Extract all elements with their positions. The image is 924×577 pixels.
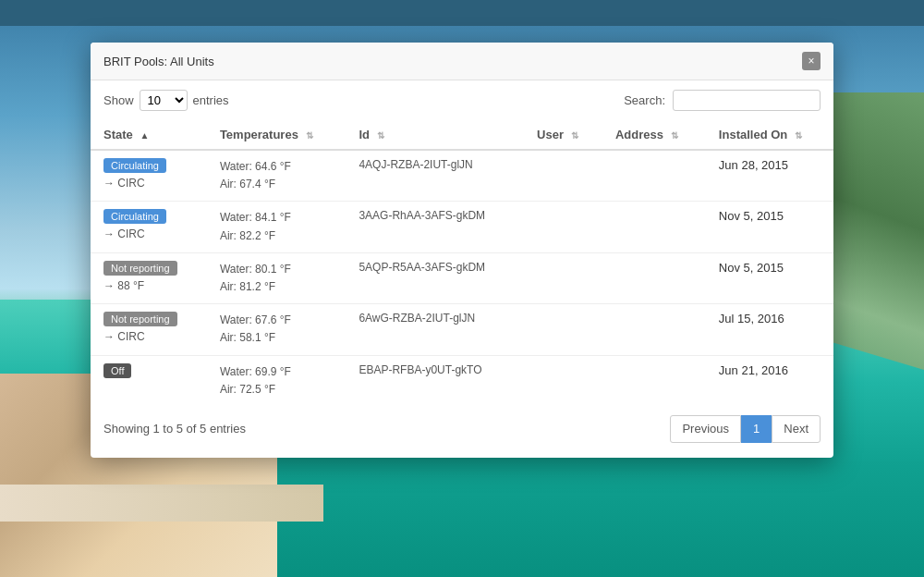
temperatures-cell-2: Water: 80.1 °FAir: 81.2 °F — [207, 252, 346, 303]
user-cell-3 — [524, 304, 602, 355]
modal-toolbar: Show 10 25 50 100 entries Search: — [91, 80, 833, 120]
state-badge: Not reporting — [103, 261, 177, 276]
installed-on-cell-1: Nov 5, 2015 — [706, 202, 833, 252]
temp-air: Air: 81.2 °F — [220, 278, 334, 296]
entries-select[interactable]: 10 25 50 100 — [140, 90, 188, 111]
temp-water: Water: 80.1 °F — [220, 261, 334, 278]
col-address[interactable]: Address ⇅ — [602, 120, 706, 150]
state-sub: → 88 °F — [103, 279, 194, 292]
top-bar — [0, 0, 924, 26]
state-badge: Not reporting — [103, 312, 177, 326]
col-temperatures[interactable]: Temperatures ⇅ — [207, 120, 346, 150]
data-table: State ▲ Temperatures ⇅ Id ⇅ User ⇅ Addre… — [91, 120, 833, 406]
user-cell-2 — [524, 252, 602, 303]
temp-air: Air: 72.5 °F — [220, 381, 334, 399]
address-cell-4 — [602, 355, 706, 406]
table-row: Not reporting→ CIRCWater: 67.6 °FAir: 58… — [91, 304, 833, 355]
modal-title: BRIT Pools: All Units — [103, 55, 214, 68]
state-badge: Off — [103, 363, 131, 378]
temperatures-cell-3: Water: 67.6 °FAir: 58.1 °F — [207, 304, 346, 355]
temp-water: Water: 69.9 °F — [220, 363, 334, 381]
table-row: Circulating→ CIRCWater: 64.6 °FAir: 67.4… — [91, 150, 833, 202]
table-row: Circulating→ CIRCWater: 84.1 °FAir: 82.2… — [91, 202, 833, 252]
id-cell-4: EBAP-RFBA-y0UT-gkTO — [346, 355, 524, 406]
show-entries-control: Show 10 25 50 100 entries — [103, 90, 229, 111]
search-label: Search: — [624, 93, 665, 107]
state-badge: Circulating — [103, 209, 166, 224]
id-cell-3: 6AwG-RZBA-2IUT-glJN — [346, 304, 524, 355]
table-header: State ▲ Temperatures ⇅ Id ⇅ User ⇅ Addre… — [91, 120, 833, 150]
state-sub: → CIRC — [103, 177, 194, 190]
id-cell-2: 5AQP-R5AA-3AFS-gkDM — [346, 252, 524, 303]
state-sub: → CIRC — [103, 330, 194, 343]
sort-icon-state: ▲ — [140, 130, 149, 141]
next-button[interactable]: Next — [772, 415, 821, 443]
page-1-button[interactable]: 1 — [741, 415, 772, 443]
col-state[interactable]: State ▲ — [91, 120, 207, 150]
address-cell-0 — [602, 150, 706, 202]
user-cell-0 — [524, 150, 602, 202]
temp-air: Air: 58.1 °F — [220, 329, 334, 347]
id-cell-0: 4AQJ-RZBA-2IUT-glJN — [346, 150, 524, 202]
id-cell-1: 3AAG-RhAA-3AFS-gkDM — [346, 202, 524, 252]
temp-air: Air: 82.2 °F — [220, 227, 334, 245]
state-sub: → CIRC — [103, 227, 194, 240]
entries-label: entries — [193, 93, 229, 107]
state-cell-4: Off — [91, 355, 207, 406]
col-user[interactable]: User ⇅ — [524, 120, 602, 150]
address-cell-1 — [602, 202, 706, 252]
user-cell-1 — [524, 202, 602, 252]
sort-icon-installed-on: ⇅ — [795, 130, 802, 141]
show-label: Show — [103, 93, 134, 107]
temperatures-cell-0: Water: 64.6 °FAir: 67.4 °F — [207, 150, 346, 202]
address-cell-3 — [602, 304, 706, 355]
pagination: Previous 1 Next — [670, 415, 821, 443]
search-area: Search: — [624, 90, 821, 111]
state-cell-2: Not reporting→ 88 °F — [91, 252, 207, 303]
sort-icon-id: ⇅ — [377, 130, 384, 141]
installed-on-cell-2: Nov 5, 2015 — [706, 252, 833, 303]
state-badge: Circulating — [103, 158, 166, 173]
temp-water: Water: 84.1 °F — [220, 209, 334, 227]
table-body: Circulating→ CIRCWater: 64.6 °FAir: 67.4… — [91, 150, 833, 406]
installed-on-cell-4: Jun 21, 2016 — [706, 355, 833, 406]
col-id[interactable]: Id ⇅ — [346, 120, 524, 150]
state-cell-3: Not reporting→ CIRC — [91, 304, 207, 355]
temp-water: Water: 64.6 °F — [220, 158, 334, 176]
col-installed-on[interactable]: Installed On ⇅ — [706, 120, 833, 150]
temp-water: Water: 67.6 °F — [220, 312, 334, 329]
table-row: Not reporting→ 88 °FWater: 80.1 °FAir: 8… — [91, 252, 833, 303]
temperatures-cell-4: Water: 69.9 °FAir: 72.5 °F — [207, 355, 346, 406]
address-cell-2 — [602, 252, 706, 303]
temp-air: Air: 67.4 °F — [220, 176, 334, 193]
installed-on-cell-0: Jun 28, 2015 — [706, 150, 833, 202]
previous-button[interactable]: Previous — [670, 415, 741, 443]
search-input[interactable] — [673, 90, 821, 111]
modal-header: BRIT Pools: All Units × — [91, 43, 833, 80]
temperatures-cell-1: Water: 84.1 °FAir: 82.2 °F — [207, 202, 346, 252]
sort-icon-temperatures: ⇅ — [306, 130, 313, 141]
close-button[interactable]: × — [802, 52, 821, 70]
pool-edge-decoration — [0, 485, 323, 522]
sort-icon-user: ⇅ — [571, 130, 578, 141]
installed-on-cell-3: Jul 15, 2016 — [706, 304, 833, 355]
showing-text: Showing 1 to 5 of 5 entries — [103, 422, 246, 436]
state-cell-0: Circulating→ CIRC — [91, 150, 207, 202]
state-cell-1: Circulating→ CIRC — [91, 202, 207, 252]
user-cell-4 — [524, 355, 602, 406]
modal-footer: Showing 1 to 5 of 5 entries Previous 1 N… — [91, 406, 833, 443]
table-row: OffWater: 69.9 °FAir: 72.5 °FEBAP-RFBA-y… — [91, 355, 833, 406]
modal-panel: BRIT Pools: All Units × Show 10 25 50 10… — [91, 43, 833, 458]
sort-icon-address: ⇅ — [671, 130, 678, 141]
